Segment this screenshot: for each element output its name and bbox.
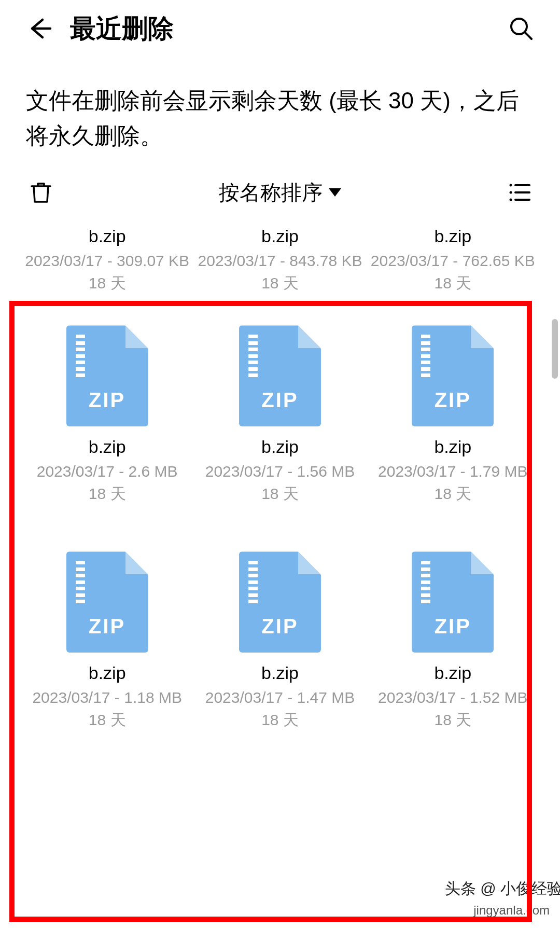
file-name: b.zip bbox=[434, 663, 471, 683]
file-days: 18 天 bbox=[89, 483, 126, 505]
back-icon[interactable] bbox=[26, 16, 52, 41]
file-days: 18 天 bbox=[434, 710, 471, 731]
grid-row: ZIP b.zip 2023/03/17 - 2.6 MB 18 天 ZIP b… bbox=[21, 325, 539, 505]
file-days: 18 天 bbox=[89, 710, 126, 731]
file-meta: 2023/03/17 - 2.6 MB bbox=[34, 461, 180, 481]
file-item[interactable]: ZIP b.zip 2023/03/17 - 1.18 MB 18 天 bbox=[21, 551, 193, 731]
file-name: b.zip bbox=[89, 663, 126, 683]
zip-label: ZIP bbox=[239, 389, 321, 412]
file-name: b.zip bbox=[261, 663, 299, 683]
file-meta: 2023/03/17 - 1.47 MB bbox=[203, 687, 358, 708]
file-meta: 2023/03/17 - 1.56 MB bbox=[203, 461, 358, 481]
file-meta: 2023/03/17 - 762.65 KB bbox=[371, 251, 535, 271]
svg-point-2 bbox=[510, 184, 512, 187]
file-item[interactable]: b.zip 2023/03/17 - 309.07 KB 18 天 bbox=[21, 226, 193, 294]
file-days: 18 天 bbox=[434, 273, 471, 294]
chevron-down-icon bbox=[329, 188, 341, 197]
toolbar: 按名称排序 bbox=[0, 174, 560, 216]
file-days: 18 天 bbox=[261, 483, 299, 505]
file-item[interactable]: b.zip 2023/03/17 - 762.65 KB 18 天 bbox=[367, 226, 539, 294]
file-meta: 2023/03/17 - 843.78 KB bbox=[198, 251, 362, 271]
file-name: b.zip bbox=[434, 226, 471, 246]
file-item[interactable]: ZIP b.zip 2023/03/17 - 1.56 MB 18 天 bbox=[193, 325, 366, 505]
list-view-icon[interactable] bbox=[507, 180, 531, 205]
trash-icon[interactable] bbox=[29, 180, 53, 205]
svg-point-6 bbox=[510, 199, 512, 201]
zip-label: ZIP bbox=[66, 389, 148, 412]
file-name: b.zip bbox=[89, 437, 126, 457]
zip-label: ZIP bbox=[66, 615, 148, 638]
svg-point-4 bbox=[510, 191, 512, 194]
file-item[interactable]: b.zip 2023/03/17 - 843.78 KB 18 天 bbox=[193, 226, 366, 294]
svg-line-1 bbox=[525, 32, 531, 39]
zip-label: ZIP bbox=[239, 615, 321, 638]
watermark-url: jingyanla.com bbox=[473, 903, 550, 918]
file-item[interactable]: ZIP b.zip 2023/03/17 - 2.6 MB 18 天 bbox=[21, 325, 193, 505]
info-description: 文件在删除前会显示剩余天数 (最长 30 天)，之后将永久删除。 bbox=[0, 57, 560, 174]
file-name: b.zip bbox=[89, 226, 126, 246]
watermark-text: 头条 @ 小俊经验啦 bbox=[445, 878, 560, 899]
sort-button[interactable]: 按名称排序 bbox=[53, 178, 507, 207]
file-days: 18 天 bbox=[261, 273, 299, 294]
file-days: 18 天 bbox=[261, 710, 299, 731]
header: 最近删除 bbox=[0, 0, 560, 57]
file-meta: 2023/03/17 - 1.18 MB bbox=[30, 687, 185, 708]
zip-icon: ZIP bbox=[66, 325, 148, 426]
zip-icon: ZIP bbox=[412, 551, 494, 653]
file-item[interactable]: ZIP b.zip 2023/03/17 - 1.52 MB 18 天 bbox=[367, 551, 539, 731]
scrollbar[interactable] bbox=[552, 319, 558, 379]
file-name: b.zip bbox=[261, 437, 299, 457]
file-meta: 2023/03/17 - 1.52 MB bbox=[375, 687, 530, 708]
zip-icon: ZIP bbox=[239, 325, 321, 426]
file-meta: 2023/03/17 - 309.07 KB bbox=[25, 251, 189, 271]
file-meta: 2023/03/17 - 1.79 MB bbox=[375, 461, 530, 481]
file-days: 18 天 bbox=[89, 273, 126, 294]
zip-icon: ZIP bbox=[412, 325, 494, 426]
page-title: 最近删除 bbox=[70, 11, 508, 46]
sort-label: 按名称排序 bbox=[219, 178, 323, 207]
file-grid: ZIP b.zip 2023/03/17 - 2.6 MB 18 天 ZIP b… bbox=[0, 294, 560, 731]
file-item[interactable]: ZIP b.zip 2023/03/17 - 1.47 MB 18 天 bbox=[193, 551, 366, 731]
zip-icon: ZIP bbox=[239, 551, 321, 653]
file-name: b.zip bbox=[261, 226, 299, 246]
file-item[interactable]: ZIP b.zip 2023/03/17 - 1.79 MB 18 天 bbox=[367, 325, 539, 505]
zip-label: ZIP bbox=[412, 389, 494, 412]
info-row: b.zip 2023/03/17 - 309.07 KB 18 天 b.zip … bbox=[0, 226, 560, 294]
grid-row: ZIP b.zip 2023/03/17 - 1.18 MB 18 天 ZIP … bbox=[21, 551, 539, 731]
zip-icon: ZIP bbox=[66, 551, 148, 653]
file-name: b.zip bbox=[434, 437, 471, 457]
search-icon[interactable] bbox=[508, 16, 534, 41]
file-days: 18 天 bbox=[434, 483, 471, 505]
zip-label: ZIP bbox=[412, 615, 494, 638]
